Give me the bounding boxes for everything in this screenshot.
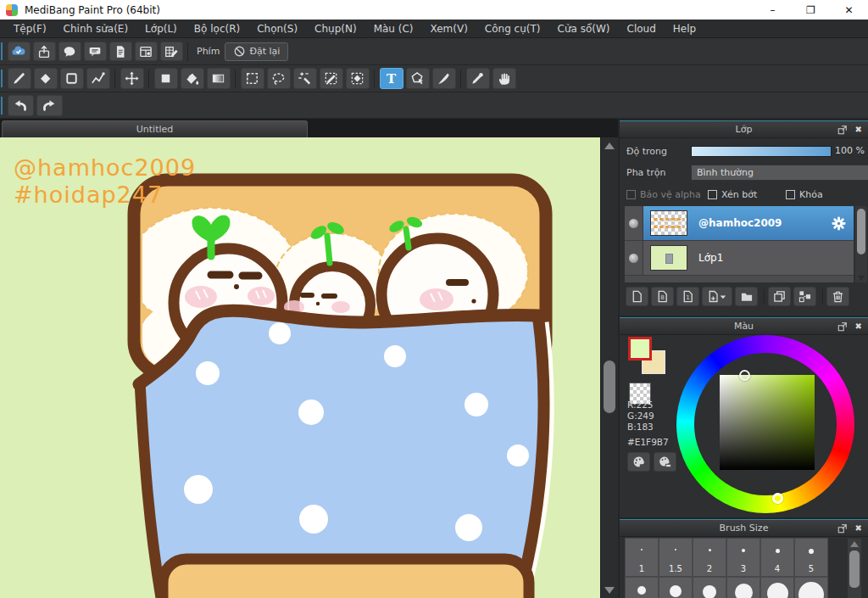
menu-cloud[interactable]: Cloud (619, 20, 665, 38)
layer-folder-button[interactable] (735, 287, 758, 306)
clipping-checkbox[interactable]: Xén bớt (708, 189, 757, 200)
scrollbar-thumb[interactable] (604, 360, 615, 413)
saturation-value-square[interactable] (720, 375, 815, 470)
hand-tool[interactable] (492, 68, 516, 89)
close-icon[interactable]: ✖ (855, 523, 862, 534)
divide-tool[interactable] (432, 68, 456, 89)
close-button[interactable]: ✕ (830, 0, 868, 20)
fill-shape-tool[interactable] (154, 68, 178, 89)
menu-color[interactable]: Màu (C) (365, 20, 422, 38)
layer-row-selected[interactable]: @hamhoc2009 (625, 206, 854, 241)
menu-filter[interactable]: Bộ lọc(R) (186, 20, 248, 38)
scrollbar-thumb[interactable] (857, 209, 865, 254)
scroll-down-arrow-icon[interactable] (858, 276, 865, 281)
toolbar-divider (187, 42, 188, 61)
lock-checkbox[interactable]: Khóa (786, 189, 823, 200)
gear-icon[interactable] (831, 215, 847, 232)
tab-untitled[interactable]: Untitled (2, 120, 308, 137)
brush-tool[interactable] (8, 68, 31, 89)
scrollbar-thumb[interactable] (849, 550, 860, 588)
brush-size-cell[interactable] (659, 577, 693, 598)
operation-select-tool[interactable] (406, 68, 430, 89)
menu-view[interactable]: Xem(V) (422, 20, 476, 38)
menu-capture[interactable]: Chụp(N) (306, 20, 365, 38)
brush-size-5[interactable]: 5 (794, 538, 828, 577)
palette-edit-button[interactable] (654, 452, 676, 472)
brush-size-cell[interactable] (794, 577, 828, 598)
bucket-tool[interactable] (181, 68, 204, 89)
redo-button[interactable] (36, 95, 63, 116)
add-layer-button[interactable] (626, 287, 648, 306)
cloud-sync-button[interactable] (8, 42, 31, 61)
message-button[interactable] (84, 42, 107, 61)
hue-indicator[interactable] (772, 493, 783, 504)
add-layer-menu-button[interactable] (702, 287, 732, 306)
layer-list-scrollbar[interactable] (855, 206, 867, 282)
select-eraser-tool[interactable] (346, 68, 370, 89)
menu-file[interactable]: Tệp(F) (5, 20, 55, 38)
popout-icon[interactable] (837, 523, 848, 534)
lasso-select-tool[interactable] (267, 68, 291, 89)
restore-button[interactable]: ❐ (792, 0, 830, 20)
undo-button[interactable] (8, 95, 34, 116)
brush-size-cell[interactable] (726, 577, 760, 598)
brush-size-3[interactable]: 3 (726, 538, 760, 577)
menu-layer[interactable]: Lớp(L) (136, 20, 186, 38)
publish-button[interactable] (33, 42, 56, 61)
close-icon[interactable]: ✖ (855, 321, 862, 333)
scroll-up-arrow-icon[interactable] (850, 541, 859, 547)
brush-size-1-5[interactable]: 1.5 (659, 538, 693, 577)
eraser-tool[interactable] (34, 68, 58, 89)
menu-tools[interactable]: Công cụ(T) (476, 20, 549, 38)
edit-layout-button[interactable] (160, 42, 183, 61)
thumbnail-badge (665, 254, 673, 264)
menu-window[interactable]: Cửa sổ(W) (549, 20, 619, 38)
layer-visibility-cell[interactable] (625, 206, 643, 240)
layer-row[interactable]: Lớp1 (625, 241, 854, 276)
magic-wand-tool[interactable] (293, 68, 317, 89)
brush-size-cell[interactable] (625, 577, 659, 598)
brush-panel-scrollbar[interactable] (848, 539, 861, 598)
eyedropper-tool[interactable] (466, 68, 490, 89)
delete-layer-button[interactable] (826, 287, 849, 306)
minimize-button[interactable]: – (754, 0, 792, 20)
scroll-down-arrow-icon[interactable] (604, 587, 615, 594)
foreground-color-swatch[interactable] (628, 337, 652, 360)
popout-icon[interactable] (837, 321, 848, 332)
color-wheel[interactable] (676, 335, 854, 513)
palette-button[interactable] (627, 452, 650, 472)
curve-pen-tool[interactable] (86, 68, 110, 89)
add-8bit-layer-button[interactable]: 8 (651, 287, 674, 306)
gradient-tool[interactable] (207, 68, 231, 89)
brush-size-4[interactable]: 4 (760, 538, 794, 577)
canvas-vertical-scrollbar[interactable] (600, 137, 618, 598)
blend-mode-select[interactable]: Bình thường (691, 165, 868, 181)
select-pen-tool[interactable] (320, 68, 343, 89)
duplicate-layer-button[interactable] (768, 287, 791, 306)
merge-layer-button[interactable] (793, 287, 816, 306)
canvas-area[interactable]: @hamhoc2009 #hoidap247 (0, 137, 600, 598)
menu-edit[interactable]: Chỉnh sửa(E) (55, 20, 137, 38)
opacity-slider[interactable] (691, 146, 832, 157)
marquee-select-tool[interactable] (241, 68, 264, 89)
panel-layout-button[interactable] (135, 42, 158, 61)
close-icon[interactable]: ✖ (855, 124, 862, 136)
shape-frame-tool[interactable] (60, 68, 84, 89)
brush-size-cell[interactable] (760, 577, 794, 598)
sv-indicator[interactable] (739, 370, 750, 381)
menu-help[interactable]: Help (665, 20, 704, 38)
add-1bit-layer-button[interactable]: 1 (676, 287, 699, 306)
comment-button[interactable] (58, 42, 81, 61)
text-tool[interactable]: T (380, 68, 403, 89)
document-button[interactable] (109, 42, 132, 61)
brush-size-1[interactable]: 1 (625, 538, 659, 577)
layer-visibility-cell[interactable] (625, 241, 643, 275)
brush-size-cell[interactable] (693, 577, 726, 598)
brush-size-2[interactable]: 2 (693, 538, 726, 577)
menu-select[interactable]: Chọn(S) (248, 20, 306, 38)
scroll-up-arrow-icon[interactable] (604, 143, 615, 149)
move-tool[interactable] (120, 68, 144, 89)
protect-alpha-checkbox[interactable]: Bảo vệ alpha (626, 189, 701, 200)
popout-icon[interactable] (837, 125, 848, 135)
reset-button[interactable]: Đặt lại (225, 42, 288, 61)
